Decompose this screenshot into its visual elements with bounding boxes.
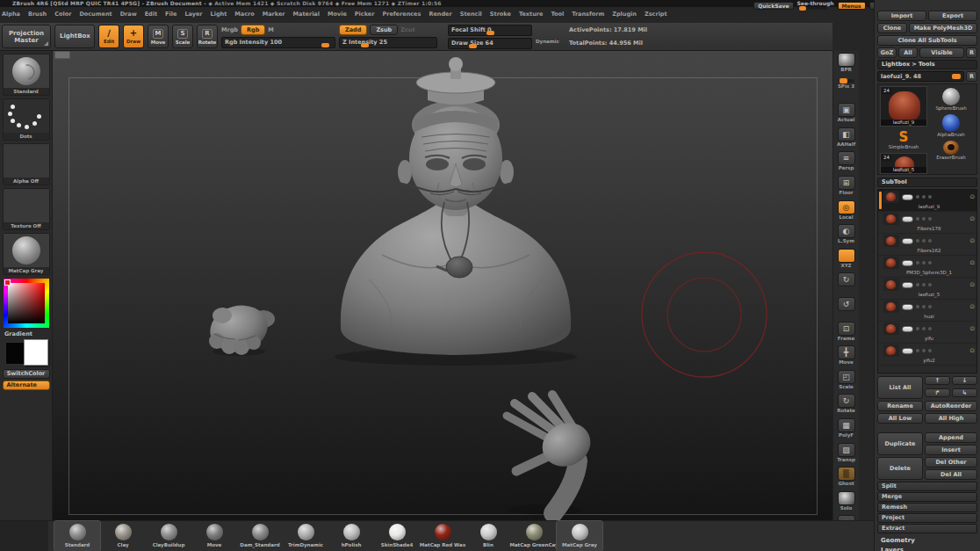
solo-eye-icon[interactable]: ⊙ xyxy=(969,237,975,244)
shelf-brush-item[interactable]: TrimDynamic xyxy=(283,521,328,551)
color-picker-field[interactable] xyxy=(8,283,45,323)
all-low-button[interactable]: All Low xyxy=(877,413,923,424)
menu-item[interactable]: Material xyxy=(293,11,320,18)
visibility-eye-icon[interactable] xyxy=(902,326,913,332)
zsub-toggle[interactable]: Zsub xyxy=(370,25,398,35)
texture-selector[interactable]: Texture Off xyxy=(3,188,50,230)
second-tool-thumbnail[interactable]: 24 laofuzi_5 xyxy=(880,153,927,174)
del-all-button[interactable]: Del All xyxy=(925,469,977,480)
sculpt-dot-icon[interactable] xyxy=(922,195,926,199)
menu-item[interactable]: Zscript xyxy=(645,11,667,18)
quicksave-button[interactable]: QuickSave xyxy=(753,2,793,10)
visibility-eye-icon[interactable] xyxy=(902,238,913,244)
scale-mode-button[interactable]: SScale xyxy=(172,25,193,48)
visibility-eye-icon[interactable] xyxy=(902,282,913,288)
shelf-brush-item[interactable]: Blin xyxy=(465,521,511,551)
subtool-section-header[interactable]: SubTool xyxy=(877,178,977,187)
canvas-scroll-nub[interactable] xyxy=(54,51,70,59)
subtool-row[interactable]: ⊙ yifu xyxy=(878,322,976,344)
extract-section[interactable]: Extract xyxy=(877,524,977,533)
remesh-section[interactable]: Remesh xyxy=(877,503,977,512)
subtool-row[interactable]: ⊙ huzi xyxy=(878,300,976,322)
shelf-button[interactable]: ↻ xyxy=(834,272,858,296)
solo-eye-icon[interactable]: ⊙ xyxy=(969,347,975,354)
projection-master-button[interactable]: Projection Master xyxy=(2,25,51,48)
clone-all-subtools-button[interactable]: Clone All SubTools xyxy=(877,35,977,46)
tool-slider-handle[interactable] xyxy=(952,74,961,79)
secondary-color-swatch[interactable] xyxy=(24,339,48,366)
menu-item[interactable]: Layer xyxy=(184,11,202,18)
zcut-toggle[interactable]: Zcut xyxy=(400,26,414,33)
merge-section[interactable]: Merge xyxy=(877,492,977,502)
solo-eye-icon[interactable]: ⊙ xyxy=(969,303,975,310)
visibility-eye-icon[interactable] xyxy=(902,194,913,200)
visibility-eye-icon[interactable] xyxy=(902,348,913,354)
m-toggle[interactable]: M xyxy=(268,26,273,33)
shelf-button[interactable]: ▒ Ghost xyxy=(834,467,858,490)
gradient-label[interactable]: Gradient xyxy=(0,330,52,337)
see-through-handle[interactable] xyxy=(799,6,806,11)
all-high-button[interactable]: All High xyxy=(925,413,977,424)
mrgb-toggle[interactable]: Mrgb xyxy=(221,26,238,33)
tool-r-button[interactable]: R xyxy=(966,71,977,82)
sculpt-dot-icon[interactable] xyxy=(922,327,926,330)
z-intensity-slider[interactable]: Z Intensity 25 xyxy=(339,37,437,48)
menu-item[interactable]: Color xyxy=(54,11,71,18)
solo-eye-icon[interactable]: ⊙ xyxy=(969,193,975,200)
make-polymesh3d-button[interactable]: Make PolyMesh3D xyxy=(909,23,977,33)
menu-item[interactable]: Stroke xyxy=(490,11,511,18)
solo-eye-icon[interactable]: ⊙ xyxy=(969,281,975,288)
solo-eye-icon[interactable]: ⊙ xyxy=(969,259,975,266)
shelf-brush-item[interactable]: MatCap Gray xyxy=(557,521,602,551)
shelf-button[interactable]: ≡ Persp xyxy=(834,151,858,175)
paint-dot-icon[interactable] xyxy=(916,283,919,286)
shelf-button[interactable]: ◐ L.Sym xyxy=(834,224,858,248)
subtool-row[interactable]: ⊙ laofuzi_9 xyxy=(878,190,976,212)
clone-button[interactable]: Clone xyxy=(877,23,907,33)
shelf-button[interactable]: ▨ Transp xyxy=(834,443,858,467)
menu-item[interactable]: Movie xyxy=(328,11,347,18)
see-through-slider[interactable]: See-through xyxy=(797,1,834,10)
sculpt-dot-icon[interactable] xyxy=(922,239,926,243)
focal-shift-handle[interactable] xyxy=(486,31,494,35)
sculpt-dot-icon[interactable] xyxy=(922,349,926,352)
menu-item[interactable]: Alpha xyxy=(2,11,20,18)
menu-item[interactable]: Transform xyxy=(572,11,604,18)
layers-palette-header[interactable]: Layers xyxy=(877,544,977,551)
current-tool-slider[interactable]: laofuzi_9. 48 xyxy=(877,71,964,82)
shelf-button[interactable]: ◰ Scale xyxy=(834,370,858,394)
goz-r-button[interactable]: R xyxy=(966,47,977,58)
visibility-eye-icon[interactable] xyxy=(902,260,913,266)
rotate-mode-button[interactable]: RRotate xyxy=(197,25,218,48)
shelf-button[interactable]: SPix 3 xyxy=(834,79,858,103)
alternate-button[interactable]: Alternate xyxy=(3,381,50,390)
list-all-button[interactable]: List All xyxy=(877,376,923,399)
shelf-brush-item[interactable]: Dam_Standard xyxy=(237,521,283,551)
menu-item[interactable]: Macro xyxy=(234,11,254,18)
rgb-toggle[interactable]: Rgb xyxy=(241,25,265,35)
goz-button[interactable]: GoZ xyxy=(877,47,897,58)
paint-dot-icon[interactable] xyxy=(916,195,919,199)
subtool-row[interactable]: ⊙ Fibers178 xyxy=(878,212,976,234)
autoreorder-button[interactable]: AutoReorder xyxy=(925,401,977,411)
shelf-brush-item[interactable]: Clay xyxy=(100,521,146,551)
mask-dot-icon[interactable] xyxy=(928,305,932,308)
z-intensity-handle[interactable] xyxy=(361,43,369,47)
shelf-brush-item[interactable]: Move xyxy=(191,521,237,551)
focal-shift-slider[interactable]: Focal Shift 0 xyxy=(448,25,532,36)
menu-item[interactable]: Render xyxy=(429,11,451,18)
draw-size-handle[interactable] xyxy=(469,44,477,48)
menu-item[interactable]: Stencil xyxy=(460,11,482,18)
menu-item[interactable]: File xyxy=(165,11,177,18)
shelf-brush-item[interactable]: hPolish xyxy=(328,521,374,551)
current-brush-selector[interactable]: Standard xyxy=(3,54,50,96)
visibility-eye-icon[interactable] xyxy=(902,216,913,222)
mask-dot-icon[interactable] xyxy=(928,283,932,286)
goz-all-button[interactable]: All xyxy=(898,47,918,58)
sphere-brush-item[interactable]: SphereBrush xyxy=(931,88,971,112)
solo-eye-icon[interactable]: ⊙ xyxy=(969,215,975,222)
mask-dot-icon[interactable] xyxy=(928,195,932,199)
menus-toggle-button[interactable]: Menus xyxy=(838,2,866,10)
menu-item[interactable]: Preferences xyxy=(382,11,421,18)
sculpt-dot-icon[interactable] xyxy=(922,261,926,265)
